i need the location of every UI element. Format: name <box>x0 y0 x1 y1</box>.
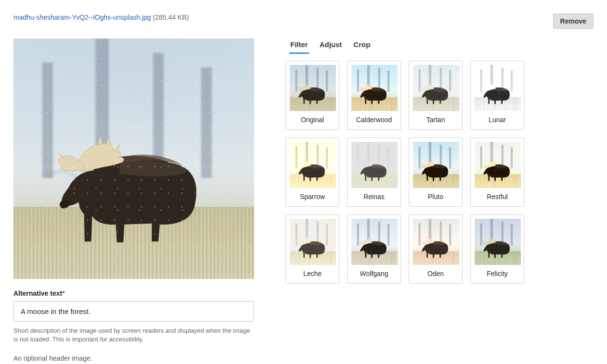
filter-label: Calderwood <box>351 116 397 124</box>
alt-text-help: Short description of the image used by s… <box>13 326 254 344</box>
filter-label: Original <box>290 116 335 124</box>
alt-text-label: Alternative text* <box>13 289 254 297</box>
filter-label: Felicity <box>475 270 520 277</box>
filter-label: Reinas <box>351 193 397 201</box>
filter-thumbnail <box>475 142 521 188</box>
remove-button[interactable]: Remove <box>553 13 594 29</box>
filter-option-oden[interactable]: Oden <box>409 214 463 284</box>
filter-option-reinas[interactable]: Reinas <box>347 138 401 207</box>
filter-label: Oden <box>413 270 458 277</box>
filter-label: Tartan <box>413 116 458 124</box>
filter-option-lunar[interactable]: Lunar <box>470 61 524 130</box>
file-info: madhu-shesharam-YvQ2--IOghs-unsplash.jpg… <box>13 13 189 21</box>
filter-thumbnail <box>290 219 336 265</box>
tab-crop[interactable]: Crop <box>352 38 371 54</box>
editor-tabs: Filter Adjust Crop <box>285 38 594 54</box>
filter-option-restful[interactable]: Restful <box>470 138 524 207</box>
tab-adjust[interactable]: Adjust <box>319 38 343 54</box>
filter-label: Sparrow <box>290 193 335 201</box>
caption-text: An optional header image. <box>13 354 254 362</box>
filter-option-pluto[interactable]: Pluto <box>409 138 463 207</box>
filter-option-sparrow[interactable]: Sparrow <box>285 138 339 207</box>
filter-thumbnail <box>475 65 521 111</box>
filter-thumbnail <box>413 219 459 265</box>
alt-text-input[interactable] <box>13 301 254 322</box>
image-preview <box>13 38 254 279</box>
filter-thumbnail <box>290 142 336 188</box>
filter-option-wolfgang[interactable]: Wolfgang <box>347 214 401 284</box>
filter-option-felicity[interactable]: Felicity <box>470 214 524 284</box>
filter-grid: Original <box>285 61 594 284</box>
filter-label: Restful <box>475 193 520 201</box>
filter-label: Leche <box>290 270 335 277</box>
required-indicator: * <box>62 289 65 297</box>
filter-thumbnail <box>290 65 336 111</box>
filter-label: Pluto <box>413 193 458 201</box>
filter-option-tartan[interactable]: Tartan <box>409 61 463 130</box>
filter-option-original[interactable]: Original <box>285 61 339 130</box>
filter-label: Lunar <box>475 116 520 124</box>
filter-label: Wolfgang <box>351 270 397 277</box>
filter-thumbnail <box>351 142 398 188</box>
filename-link[interactable]: madhu-shesharam-YvQ2--IOghs-unsplash.jpg <box>13 13 151 21</box>
filter-thumbnail <box>351 219 398 265</box>
filter-option-leche[interactable]: Leche <box>285 214 339 284</box>
filter-thumbnail <box>475 219 521 265</box>
filter-thumbnail <box>413 65 459 111</box>
tab-filter[interactable]: Filter <box>289 38 309 54</box>
filter-option-calderwood[interactable]: Calderwood <box>347 61 401 130</box>
filesize: (285.44 KB) <box>153 13 189 21</box>
filter-thumbnail <box>351 65 398 111</box>
filter-thumbnail <box>413 142 459 188</box>
